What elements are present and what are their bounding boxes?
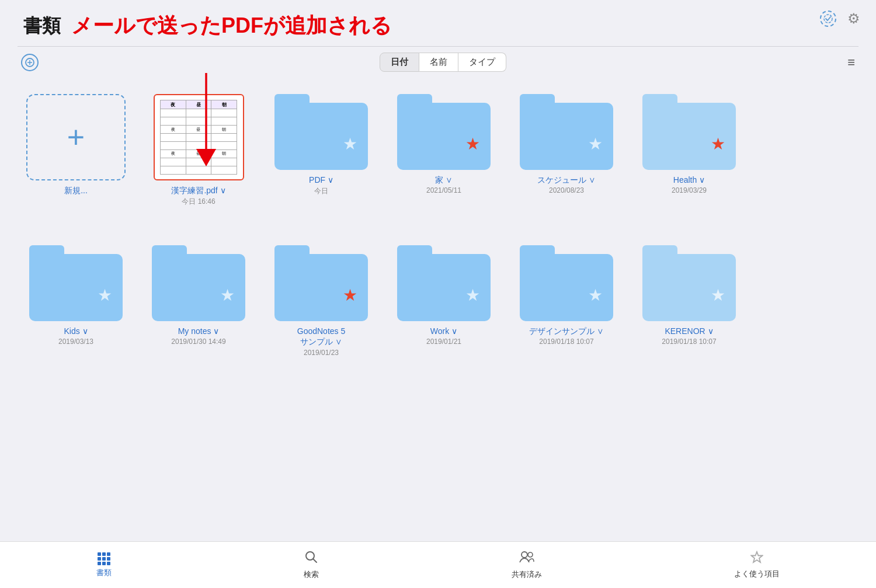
svg-line-7 — [313, 559, 317, 562]
folder-work-name: Work ∨ — [430, 326, 457, 336]
folder-home-date: 2021/05/11 — [426, 186, 461, 194]
files-row-1: + 新規... 夜昼朝 夜昼朝 — [23, 83, 853, 217]
folder-kerenor-name: KERENOR ∨ — [665, 326, 713, 336]
new-item-label: 新規... — [64, 185, 88, 196]
folder-star-design: ★ — [588, 286, 603, 305]
nav-documents[interactable]: 書類 — [96, 552, 112, 578]
folder-design-date: 2019/01/18 10:07 — [539, 338, 593, 346]
sort-by-name[interactable]: 名前 — [419, 53, 458, 72]
folder-goodnotes-date: 2019/01/23 — [304, 349, 339, 357]
folder-health-name: Health ∨ — [673, 175, 705, 185]
folder-my-notes-date: 2019/01/30 14:49 — [171, 338, 225, 346]
new-item[interactable]: + 新規... — [23, 89, 128, 211]
folder-schedule[interactable]: ★ スケジュール ∨ 2020/08/23 — [514, 89, 619, 211]
folder-home-name: 家 ∨ — [435, 175, 453, 185]
folder-home[interactable]: ★ 家 ∨ 2021/05/11 — [391, 89, 496, 211]
page-subtitle: メールで送ったPDFが追加される — [71, 12, 392, 40]
folder-goodnotes-name: GoodNotes 5サンプル ∨ — [297, 326, 346, 347]
folder-kerenor[interactable]: ★ KERENOR ∨ 2019/01/18 10:07 — [637, 241, 742, 361]
nav-favorites[interactable]: よく使う項目 — [734, 551, 780, 579]
grid-icon — [98, 552, 110, 565]
nav-search-label: 検索 — [304, 569, 319, 580]
shared-icon — [519, 551, 534, 567]
list-view-icon[interactable]: ≡ — [847, 55, 855, 70]
folder-goodnotes[interactable]: ★ GoodNotes 5サンプル ∨ 2019/01/23 — [269, 241, 374, 361]
folder-star-kids: ★ — [98, 286, 112, 305]
folder-star-my-notes: ★ — [220, 286, 235, 305]
nav-shared[interactable]: 共有済み — [512, 551, 542, 580]
folder-icon-kerenor: ★ — [642, 245, 736, 321]
folder-icon-health: ★ — [642, 94, 736, 170]
bottom-nav: 書類 検索 共有済み よく使う項目 — [0, 541, 876, 588]
toolbar-right: ≡ — [847, 55, 855, 70]
folder-pdf[interactable]: ★ PDF ∨ 今日 — [269, 89, 374, 211]
nav-favorites-label: よく使う項目 — [734, 569, 780, 579]
header: 書類 メールで送ったPDFが追加される — [0, 0, 876, 46]
toolbar-left — [21, 54, 39, 71]
svg-marker-10 — [752, 552, 763, 562]
folder-icon-kids: ★ — [29, 245, 123, 321]
search-icon — [305, 551, 318, 567]
folder-icon-work: ★ — [397, 245, 491, 321]
folder-star-health: ★ — [711, 134, 725, 154]
pdf-thumbnail: 夜昼朝 夜昼朝 夜昼朝 — [154, 94, 244, 180]
folder-health[interactable]: ★ Health ∨ 2019/03/29 — [637, 89, 742, 211]
folder-star-goodnotes: ★ — [343, 286, 357, 305]
folder-kids-name: Kids ∨ — [64, 326, 88, 336]
plus-icon: + — [67, 122, 85, 152]
folder-pdf-date: 今日 — [314, 186, 328, 196]
folder-star-work: ★ — [465, 286, 480, 305]
folder-health-date: 2019/03/29 — [672, 186, 707, 194]
folder-icon-home: ★ — [397, 94, 491, 170]
folder-kids[interactable]: ★ Kids ∨ 2019/03/13 — [23, 241, 128, 361]
folder-schedule-name: スケジュール ∨ — [537, 175, 596, 185]
folder-work-date: 2019/01/21 — [426, 338, 461, 346]
folder-star-home: ★ — [465, 134, 480, 154]
nav-search[interactable]: 検索 — [304, 551, 319, 580]
sort-by-type[interactable]: タイプ — [458, 53, 506, 72]
scan-icon[interactable] — [21, 54, 39, 71]
toolbar: 日付 名前 タイプ ≡ — [0, 47, 876, 78]
folder-work[interactable]: ★ Work ∨ 2019/01/21 — [391, 241, 496, 361]
folder-design-name: デザインサンプル ∨ — [529, 326, 604, 336]
top-bar: ⚙ — [806, 0, 876, 37]
folder-star-kerenor: ★ — [711, 286, 725, 305]
pdf-file-name: 漢字練習.pdf ∨ — [171, 185, 225, 196]
folder-icon-pdf: ★ — [274, 94, 368, 170]
folder-my-notes[interactable]: ★ My notes ∨ 2019/01/30 14:49 — [146, 241, 251, 361]
folder-kids-date: 2019/03/13 — [58, 338, 93, 346]
main-content: + 新規... 夜昼朝 夜昼朝 — [0, 78, 876, 367]
nav-shared-label: 共有済み — [512, 569, 542, 580]
sort-buttons: 日付 名前 タイプ — [380, 53, 506, 72]
nav-documents-label: 書類 — [96, 568, 112, 578]
folder-kerenor-date: 2019/01/18 10:07 — [662, 338, 716, 346]
folder-icon-my-notes: ★ — [152, 245, 245, 321]
svg-point-9 — [528, 552, 533, 557]
folder-icon-design: ★ — [520, 245, 613, 321]
star-icon — [750, 551, 763, 566]
svg-point-8 — [522, 552, 527, 558]
new-item-box[interactable]: + — [26, 94, 126, 180]
files-row-2: ★ Kids ∨ 2019/03/13 ★ My notes ∨ 2019/01… — [23, 235, 853, 367]
folder-icon-goodnotes: ★ — [274, 245, 368, 321]
folder-design-sample[interactable]: ★ デザインサンプル ∨ 2019/01/18 10:07 — [514, 241, 619, 361]
folder-schedule-date: 2020/08/23 — [549, 186, 584, 194]
pdf-file-item[interactable]: 夜昼朝 夜昼朝 夜昼朝 漢字練習.pdf ∨ — [146, 89, 251, 211]
folder-my-notes-name: My notes ∨ — [178, 326, 220, 336]
folder-star-schedule: ★ — [588, 134, 603, 154]
pdf-file-date: 今日 16:46 — [182, 197, 215, 207]
folder-star-pdf: ★ — [343, 134, 357, 154]
gear-icon[interactable]: ⚙ — [846, 11, 862, 27]
folder-pdf-name: PDF ∨ — [309, 175, 333, 185]
sort-by-date[interactable]: 日付 — [380, 53, 419, 72]
page-title-ja: 書類 — [23, 13, 61, 39]
folder-icon-schedule: ★ — [520, 94, 613, 170]
check-icon[interactable] — [820, 11, 836, 27]
